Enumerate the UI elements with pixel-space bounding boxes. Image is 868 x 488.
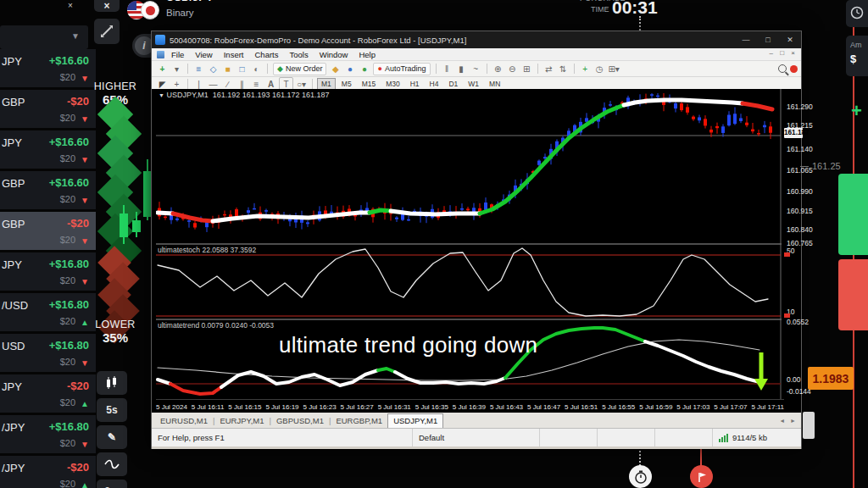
trade-list-item[interactable]: USD+$16.80$20▼ (0, 334, 96, 372)
new-order-button[interactable]: ◆ New Order (273, 63, 326, 75)
tab-eurusd-m1[interactable]: EURUSD,M1 (155, 416, 213, 425)
trade-stake: $20 (60, 316, 75, 326)
tab-usdjpy-m1[interactable]: USDJPY,M1 (387, 413, 443, 428)
trade-list-item[interactable]: JPY+$16.80$20▼ (0, 252, 96, 291)
trade-list-item[interactable]: /JPY+$16.80$20▼ (0, 415, 96, 453)
trade-list-item[interactable]: /USD+$16.80$20▲ (0, 293, 96, 331)
bar-chart-icon[interactable]: ‖ (441, 63, 453, 75)
trade-result: +$16.80 (49, 420, 89, 433)
crosshair-icon[interactable]: + (170, 78, 183, 90)
trade-list-item[interactable]: JPY-$20$20▲ (0, 374, 96, 413)
new-chart-icon[interactable]: + (156, 63, 169, 75)
templates-icon[interactable]: ⊞▾ (608, 63, 620, 75)
tab-eurjpy-m1[interactable]: EURJPY,M1 (214, 416, 269, 425)
chart-symbol-header[interactable]: ▼ USDJPY,M1 161.192 161.193 161.172 161.… (159, 91, 329, 99)
add-indicator-icon[interactable]: + (579, 63, 592, 75)
notification-badge[interactable] (790, 65, 798, 73)
indicators-button[interactable] (97, 452, 127, 476)
menu-file[interactable]: File (171, 50, 184, 59)
periods-icon[interactable]: ◷ (593, 63, 606, 75)
chart-type-candles-button[interactable] (97, 371, 127, 395)
fibonacci-icon[interactable]: ≡ (250, 78, 263, 90)
trade-list-item[interactable]: GBP-$20$20▼ (0, 212, 96, 250)
trade-result: +$16.80 (49, 258, 89, 270)
stopwatch-icon (634, 470, 648, 484)
channel-icon[interactable]: ∥ (236, 78, 248, 90)
chat-icon[interactable]: ● (358, 63, 370, 75)
window-frame (152, 446, 801, 449)
expand-chart-button[interactable] (94, 19, 120, 44)
close-button[interactable]: ✕ (779, 31, 801, 48)
amount-currency: $ (850, 53, 868, 65)
menu-charts[interactable]: Charts (255, 50, 279, 59)
close-icon[interactable]: × (68, 1, 73, 10)
asset-dropdown[interactable]: ▼ (0, 25, 88, 49)
candle-chart-icon[interactable]: ▮ (455, 63, 468, 75)
tab-gbpusd-m1[interactable]: GBPUSD,M1 (271, 416, 329, 425)
autotrading-button[interactable]: ● AutoTrading (373, 63, 430, 75)
time-tick: 5 Jul 16:47 (527, 403, 560, 411)
data-window-icon[interactable]: ◇ (207, 63, 220, 75)
mt4-titlebar[interactable]: 500400708: RoboForex-DemoPro - Demo Acco… (152, 31, 801, 48)
amount-panel[interactable]: Am $ (846, 36, 868, 76)
text-icon[interactable]: A (264, 78, 277, 90)
purchase-time-line (639, 16, 641, 30)
tab-scroll-arrows[interactable]: ◄ ► (779, 418, 798, 424)
vertical-line-icon[interactable]: | (192, 78, 205, 90)
time-axis[interactable]: 5 Jul 20245 Jul 16:115 Jul 16:155 Jul 16… (156, 399, 784, 413)
trade-list-item[interactable]: /JPY-$20$20▲ (0, 456, 96, 488)
zoom-out-icon[interactable]: ⊖ (506, 63, 519, 75)
tab-eurgbp-m1[interactable]: EURGBP,M1 (331, 416, 387, 425)
chart-area[interactable]: ▼ USDJPY,M1 161.192 161.193 161.172 161.… (152, 89, 801, 399)
trade-timer-panel[interactable] (846, 0, 868, 27)
search-icon[interactable] (778, 64, 787, 73)
expiry-flag-marker[interactable] (690, 465, 713, 488)
trade-list-item[interactable]: JPY+$16.60$20▼ (0, 130, 96, 169)
maximize-button[interactable]: □ (757, 31, 779, 48)
trade-list-item[interactable]: JPY+$16.60$20▼ (0, 49, 96, 87)
metaeditor-icon[interactable]: ◆ (329, 63, 342, 75)
trade-result: -$20 (67, 95, 89, 108)
window-resize-grip[interactable] (803, 412, 815, 439)
drawing-tools-button[interactable]: ✎ (97, 425, 127, 449)
shapes-icon[interactable]: ○▾ (295, 78, 308, 90)
horizontal-line-icon[interactable]: — (207, 78, 220, 90)
timeframe-5s-button[interactable]: 5s (97, 398, 127, 422)
trendline-icon[interactable]: ∕ (221, 78, 234, 90)
strategy-tester-icon[interactable]: ◐ (250, 63, 263, 75)
axis-label: 160.840 (787, 225, 813, 234)
chart-tab-bar: EURUSD,M1|EURJPY,M1|GBPUSD,M1|EURGBP,M1 … (152, 413, 801, 428)
timer-marker[interactable] (629, 465, 652, 488)
trade-stake: $20 (60, 194, 75, 204)
increase-amount-button[interactable]: + (851, 100, 862, 122)
trade-list-item[interactable]: GBP+$16.60$20▼ (0, 171, 96, 209)
community-icon[interactable]: ● (343, 63, 356, 75)
terminal-icon[interactable]: □ (236, 63, 248, 75)
trade-list-item[interactable]: GBP-$20$20▼ (0, 90, 96, 128)
status-profile[interactable]: Default (413, 429, 540, 446)
menu-help[interactable]: Help (359, 50, 376, 59)
price-axis[interactable]: 161.187 161.290161.215161.140161.065160.… (786, 89, 801, 399)
mdi-window-controls[interactable]: – □ × (770, 49, 798, 57)
cursor-icon[interactable]: ◤ (156, 78, 169, 90)
line-chart-icon[interactable]: ~ (470, 63, 482, 75)
menu-view[interactable]: View (195, 50, 212, 59)
market-watch-icon[interactable]: ≡ (192, 63, 205, 75)
menu-insert[interactable]: Insert (224, 50, 244, 59)
menu-tools[interactable]: Tools (289, 50, 308, 59)
zoom-in-icon[interactable]: ⊕ (492, 63, 504, 75)
trade-symbol: GBP (2, 177, 25, 190)
profiles-icon[interactable]: ▾ (170, 63, 183, 75)
lower-button[interactable] (838, 259, 868, 330)
tile-windows-icon[interactable]: ⊞ (520, 63, 533, 75)
higher-button[interactable] (838, 174, 868, 255)
arrow-down-icon: ▼ (81, 114, 89, 124)
timeframe-2m-button[interactable]: 2m (97, 480, 127, 488)
menu-window[interactable]: Window (320, 50, 348, 59)
navigator-icon[interactable]: ■ (221, 63, 234, 75)
collapse-panel-button[interactable]: × (94, 0, 120, 12)
minimize-button[interactable]: — (735, 31, 757, 48)
overlay-caption: ultimate trend going down (279, 332, 537, 358)
auto-scroll-icon[interactable]: ⇄ (542, 63, 555, 75)
chart-shift-icon[interactable]: ⇅ (557, 63, 570, 75)
